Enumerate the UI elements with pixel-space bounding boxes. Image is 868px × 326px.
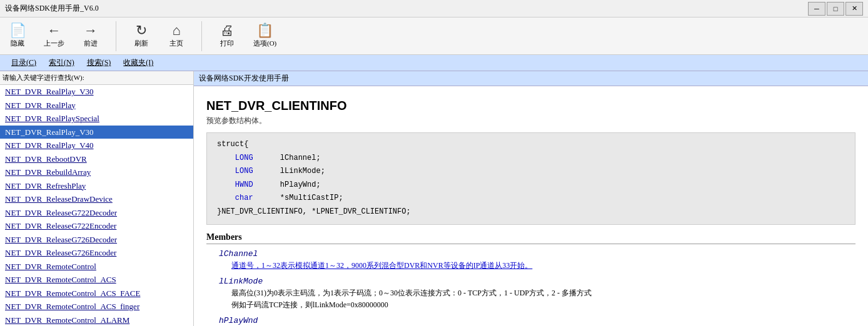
member-llinkmode-name: lLinkMode xyxy=(219,277,855,286)
sidebar-item-1[interactable]: NET_DVR_RealPlay_V30 xyxy=(0,85,193,99)
sidebar: 请输入关键字进行查找(W): NET_DVR_RealPlay_V30NET_D… xyxy=(0,71,194,326)
sidebar-item-18[interactable]: NET_DVR_RemoteControl_ALARM xyxy=(0,314,193,327)
code-line-4: HWND hPlayWnd; xyxy=(217,179,845,192)
sidebar-search-label: 请输入关键字进行查找(W): xyxy=(0,71,193,85)
members-section-header: Members xyxy=(206,232,855,244)
minimize-button[interactable]: ─ xyxy=(808,2,825,16)
refresh-icon: ↻ xyxy=(136,24,147,37)
member-llinkmode-desc1: 最高位(31)为0表示主码流，为1表示子码流；0～30位表示连接方式：0 - T… xyxy=(231,287,855,299)
sidebar-items-container[interactable]: NET_DVR_RealPlay_V30NET_DVR_RealPlayNET_… xyxy=(0,85,193,326)
toolbar-divider-2 xyxy=(201,21,202,51)
sidebar-item-10[interactable]: NET_DVR_ReleaseG722Decoder xyxy=(0,206,193,220)
member-lchannel-desc: 通道号，1～32表示模拟通道1～32，9000系列混合型DVR和NVR等设备的I… xyxy=(231,260,855,272)
sidebar-item-5[interactable]: NET_DVR_RealPlay_V40 xyxy=(0,139,193,152)
sidebar-item-15[interactable]: NET_DVR_RemoteControl_ACS xyxy=(0,273,193,287)
toolbar-divider-1 xyxy=(116,21,116,51)
sidebar-item-16[interactable]: NET_DVR_RemoteControl_ACS_FACE xyxy=(0,287,193,300)
print-icon: 🖨 xyxy=(220,24,234,37)
code-line-1: struct{ xyxy=(217,138,845,152)
toolbar-forward[interactable]: → 前进 xyxy=(78,22,103,49)
member-llinkmode-desc2: 例如子码流TCP连接，则lLinkMode=0x80000000 xyxy=(231,299,855,311)
code-line-5: char *sMultiCastIP; xyxy=(217,192,845,205)
sidebar-item-9[interactable]: NET_DVR_ReleaseDrawDevice xyxy=(0,192,193,206)
page-title: NET_DVR_CLIENTINFO xyxy=(206,99,855,113)
sidebar-item-14[interactable]: NET_DVR_RemoteControl xyxy=(0,260,193,274)
sidebar-item-17[interactable]: NET_DVR_RemoteControl_ACS_finger xyxy=(0,300,193,314)
content-area[interactable]: NET_DVR_CLIENTINFO 预览参数结构体。 struct{ LONG… xyxy=(194,86,868,326)
forward-icon: → xyxy=(84,24,98,37)
content-path: 设备网络SDK开发使用手册 xyxy=(194,71,868,86)
code-block: struct{ LONG lChannel; LONG lLinkMode; H… xyxy=(206,132,855,225)
main-layout: 请输入关键字进行查找(W): NET_DVR_RealPlay_V30NET_D… xyxy=(0,71,868,326)
sidebar-item-12[interactable]: NET_DVR_ReleaseG726Decoder xyxy=(0,233,193,247)
nav-bar: 目录(C) 索引(N) 搜索(S) 收藏夹(I) xyxy=(0,55,868,71)
toolbar-home[interactable]: ⌂ 主页 xyxy=(164,22,189,49)
sidebar-item-11[interactable]: NET_DVR_ReleaseG722Encoder xyxy=(0,219,193,233)
options-label: 选项(O) xyxy=(253,39,276,48)
nav-favorites[interactable]: 收藏夹(I) xyxy=(117,56,159,69)
sidebar-item-2[interactable]: NET_DVR_RealPlay xyxy=(0,99,193,112)
sidebar-list: NET_DVR_RealPlay_V30NET_DVR_RealPlayNET_… xyxy=(0,85,193,326)
code-line-2: LONG lChannel; xyxy=(217,152,845,165)
member-hplaywnd-name: hPlayWnd xyxy=(219,316,855,325)
sidebar-item-8[interactable]: NET_DVR_RefreshPlay xyxy=(0,179,193,193)
forward-label: 前进 xyxy=(84,39,98,48)
window-title: 设备网络SDK使用手册_V6.0 xyxy=(5,3,99,14)
close-button[interactable]: ✕ xyxy=(845,2,863,16)
home-label: 主页 xyxy=(169,39,183,48)
content-wrapper: 设备网络SDK开发使用手册 NET_DVR_CLIENTINFO 预览参数结构体… xyxy=(194,71,868,326)
sidebar-item-13[interactable]: NET_DVR_ReleaseG726Encoder xyxy=(0,246,193,260)
toolbar: 📄 隐藏 ← 上一步 → 前进 ↻ 刷新 ⌂ 主页 🖨 打印 📋 选项(O) xyxy=(0,17,868,55)
toolbar-options[interactable]: 📋 选项(O) xyxy=(250,22,280,49)
toolbar-print[interactable]: 🖨 打印 xyxy=(214,22,240,49)
member-lchannel-name: lChannel xyxy=(219,249,855,259)
nav-search[interactable]: 搜索(S) xyxy=(81,56,118,69)
sidebar-item-4[interactable]: NET_DVR_RealPlay_V30 xyxy=(0,126,193,139)
nav-index[interactable]: 索引(N) xyxy=(43,56,81,69)
sidebar-item-6[interactable]: NET_DVR_RebootDVR xyxy=(0,152,193,166)
refresh-label: 刷新 xyxy=(134,39,148,48)
hide-label: 隐藏 xyxy=(11,39,24,48)
page-subtitle: 预览参数结构体。 xyxy=(206,116,855,126)
hide-icon: 📄 xyxy=(9,24,26,37)
window-controls: ─ □ ✕ xyxy=(808,2,863,16)
options-icon: 📋 xyxy=(256,24,273,37)
toolbar-hide[interactable]: 📄 隐藏 xyxy=(5,22,30,49)
back-label: 上一步 xyxy=(44,39,64,48)
toolbar-back[interactable]: ← 上一步 xyxy=(40,22,68,49)
home-icon: ⌂ xyxy=(172,24,180,37)
maximize-button[interactable]: □ xyxy=(827,2,844,16)
code-line-6: }NET_DVR_CLIENTINFO, *LPNET_DVR_CLIENTIN… xyxy=(217,205,845,219)
back-icon: ← xyxy=(48,24,61,37)
code-line-3: LONG lLinkMode; xyxy=(217,165,845,179)
nav-catalog[interactable]: 目录(C) xyxy=(5,56,43,69)
sidebar-item-7[interactable]: NET_DVR_RebuildArray xyxy=(0,165,193,179)
print-label: 打印 xyxy=(220,39,234,48)
toolbar-refresh[interactable]: ↻ 刷新 xyxy=(129,22,154,49)
title-bar: 设备网络SDK使用手册_V6.0 ─ □ ✕ xyxy=(0,0,868,17)
sidebar-item-3[interactable]: NET_DVR_RealPlaySpecial xyxy=(0,112,193,126)
